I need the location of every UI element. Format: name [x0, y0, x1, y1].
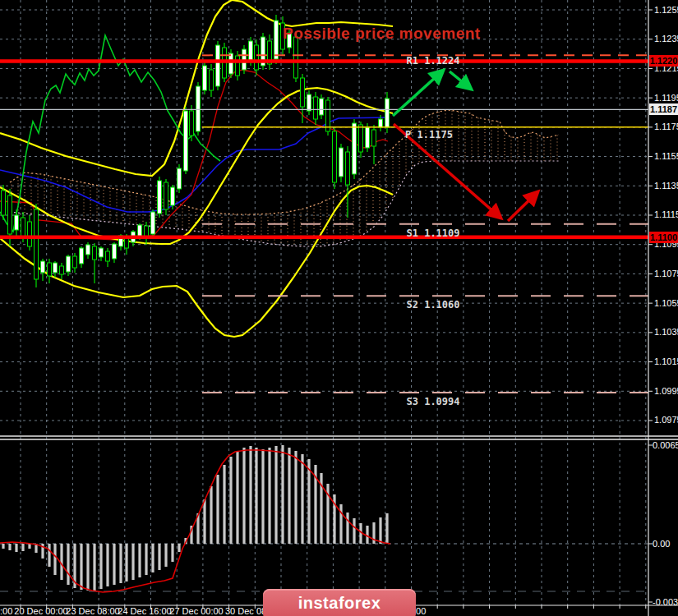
- macd-axis-label: 0.00: [653, 539, 670, 549]
- price-badge: 1.1187: [649, 103, 678, 115]
- time-axis-label: 23 Dec 08:00: [66, 606, 119, 616]
- price-axis-label: 1.1015: [654, 356, 678, 367]
- time-axis-label: 20 Dec 00:00: [14, 606, 67, 616]
- price-axis-label: 1.1115: [654, 209, 678, 220]
- price-axis-label: 1.1075: [654, 269, 678, 279]
- pivot-label: S1 1.1109: [406, 228, 459, 239]
- price-badge: 1.1100: [649, 232, 678, 243]
- price-axis-label: 1.1155: [654, 151, 678, 162]
- pivot-label: S3 1.0994: [406, 396, 459, 407]
- pivot-label: S2 1.1060: [406, 299, 459, 310]
- macd-axis-label: -0.00341: [653, 597, 678, 608]
- chart-annotation-title: Possible price movement: [283, 25, 481, 43]
- price-axis-label: 1.1135: [654, 181, 678, 191]
- price-axis-label: 1.1035: [654, 327, 678, 338]
- price-axis-label: 1.1255: [654, 5, 678, 16]
- time-axis-label: 27 Dec 00:00: [169, 606, 223, 616]
- time-axis-label: 24 Dec 16:00: [118, 606, 171, 616]
- price-axis-label: 1.1175: [654, 122, 678, 132]
- time-axis-label: :00: [0, 606, 12, 616]
- price-axis-label: 1.1195: [654, 93, 678, 103]
- pivot-label: R1 1.1224: [406, 55, 459, 67]
- price-badge: 1.1220: [649, 55, 678, 67]
- price-axis-label: 1.1055: [654, 298, 678, 309]
- instaforex-logo: instaforex: [263, 589, 416, 616]
- price-axis-label: 1.0975: [654, 415, 678, 425]
- price-axis-label: 1.1235: [654, 34, 678, 44]
- chart-canvas[interactable]: [0, 0, 678, 616]
- macd-axis-label: 0.00657: [653, 440, 678, 451]
- pivot-label: P 1.1175: [405, 129, 453, 140]
- chart-window: 1.12551.12351.12151.11951.11751.11551.11…: [0, 0, 678, 616]
- price-axis-label: 1.0995: [654, 386, 678, 397]
